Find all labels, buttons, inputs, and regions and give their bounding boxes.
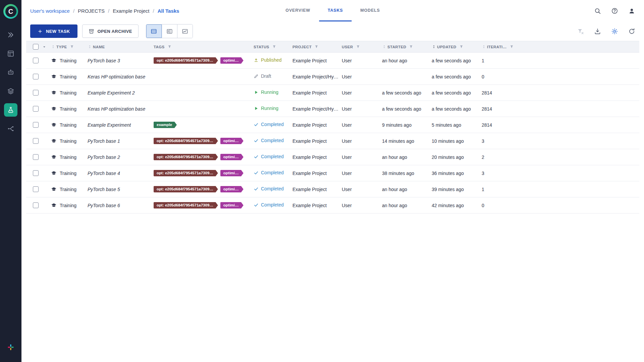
filter-icon[interactable]: [409, 45, 413, 49]
select-all-checkbox[interactable]: [33, 44, 39, 50]
task-tag[interactable]: opt: e205d684f7954571a7309…: [154, 138, 218, 144]
row-checkbox[interactable]: [33, 186, 39, 192]
status-label: Completed: [261, 202, 284, 207]
task-name[interactable]: PyTorch base 4: [88, 171, 120, 176]
clear-filters-button[interactable]: [577, 28, 584, 35]
tab-tasks[interactable]: TASKS: [319, 0, 352, 21]
task-updated: a few seconds ago: [430, 101, 480, 117]
detail-view-button[interactable]: [162, 24, 177, 38]
sort-icon[interactable]: [382, 45, 386, 49]
table-row[interactable]: TrainingPyTorch base 1opt: e205d684f7954…: [26, 133, 639, 149]
filter-icon[interactable]: [315, 45, 318, 49]
column-header-name[interactable]: NAME: [86, 41, 152, 53]
column-header-user[interactable]: USER: [340, 41, 380, 53]
row-checkbox[interactable]: [33, 90, 39, 96]
task-tag[interactable]: opt: e205d684f7954571a7309…: [154, 170, 218, 176]
task-tag[interactable]: optimi…: [220, 138, 244, 144]
table-row[interactable]: TrainingKeras HP optimization baseRunnin…: [26, 101, 639, 117]
sidebar-item-pipelines[interactable]: [4, 122, 17, 135]
task-type-label: Training: [60, 187, 76, 192]
profile-button[interactable]: [628, 7, 635, 14]
task-started: an hour ago: [380, 53, 430, 69]
column-header-started[interactable]: STARTED: [380, 41, 430, 53]
breadcrumb-project[interactable]: Example Project: [113, 8, 149, 14]
task-name[interactable]: PyTorch base 6: [88, 203, 120, 208]
table-row[interactable]: TrainingExample Experiment 2RunningExamp…: [26, 85, 639, 101]
column-header-project[interactable]: PROJECT: [290, 41, 340, 53]
table-row[interactable]: TrainingPyTorch base 4opt: e205d684f7954…: [26, 165, 639, 181]
task-tag[interactable]: opt: e205d684f7954571a7309…: [154, 154, 218, 160]
help-button[interactable]: [611, 7, 618, 14]
clearml-logo[interactable]: C: [3, 4, 18, 19]
task-tag[interactable]: opt: e205d684f7954571a7309…: [154, 57, 218, 64]
row-checkbox[interactable]: [33, 106, 39, 112]
sidebar-item-projects[interactable]: [4, 47, 17, 60]
sort-icon[interactable]: [482, 45, 486, 49]
task-name[interactable]: Example Experiment: [88, 122, 131, 128]
search-button[interactable]: [594, 7, 601, 14]
sidebar-item-datasets[interactable]: [4, 84, 17, 98]
sort-icon[interactable]: [51, 45, 55, 49]
filter-icon[interactable]: [70, 45, 74, 49]
filter-icon[interactable]: [460, 45, 463, 49]
table-row[interactable]: TrainingPyTorch base 3opt: e205d684f7954…: [26, 53, 639, 69]
task-tag[interactable]: example: [154, 122, 177, 128]
open-archive-button[interactable]: OPEN ARCHIVE: [82, 24, 139, 38]
settings-button[interactable]: [611, 28, 618, 35]
row-checkbox[interactable]: [33, 58, 39, 63]
column-header-status[interactable]: STATUS: [252, 41, 290, 53]
column-header-iteration[interactable]: ITERATI…: [480, 41, 639, 53]
table-row[interactable]: TrainingKeras HP optimization baseDraftE…: [26, 69, 639, 85]
sidebar-item-workers[interactable]: [4, 66, 17, 79]
task-tag[interactable]: opt: e205d684f7954571a7309…: [154, 202, 218, 208]
filter-icon[interactable]: [272, 45, 276, 49]
task-name[interactable]: Keras HP optimization base: [88, 74, 145, 79]
task-name[interactable]: PyTorch base 5: [88, 187, 120, 192]
breadcrumb-projects[interactable]: PROJECTS: [78, 8, 105, 14]
task-name[interactable]: Keras HP optimization base: [88, 106, 145, 112]
sort-icon[interactable]: [432, 45, 436, 49]
task-tag[interactable]: optimi…: [220, 186, 244, 192]
row-checkbox[interactable]: [33, 138, 39, 144]
auto-refresh-button[interactable]: [628, 28, 635, 35]
download-button[interactable]: [594, 28, 601, 35]
sort-icon[interactable]: [88, 45, 92, 49]
task-name[interactable]: PyTorch base 2: [88, 155, 120, 160]
row-checkbox[interactable]: [33, 202, 39, 208]
task-name[interactable]: PyTorch base 3: [88, 58, 120, 63]
column-header-type[interactable]: TYPE: [47, 41, 86, 53]
filter-icon[interactable]: [510, 45, 514, 49]
task-tag[interactable]: optimi…: [220, 170, 244, 176]
task-tag[interactable]: optimi…: [220, 154, 244, 160]
tab-models[interactable]: MODELS: [352, 0, 388, 21]
filter-icon[interactable]: [356, 45, 360, 49]
task-started: an hour ago: [380, 181, 430, 197]
new-task-button[interactable]: NEW TASK: [30, 24, 77, 38]
table-row[interactable]: TrainingExample ExperimentexampleComplet…: [26, 117, 639, 133]
sidebar-item-experiments[interactable]: [4, 103, 17, 117]
filter-icon[interactable]: [168, 45, 171, 49]
table-view-button[interactable]: [146, 24, 162, 38]
table-row[interactable]: TrainingPyTorch base 2opt: e205d684f7954…: [26, 149, 639, 165]
row-checkbox[interactable]: [33, 154, 39, 160]
column-header-tags[interactable]: TAGS: [152, 41, 252, 53]
task-updated: 10 minutes ago: [430, 133, 480, 149]
chart-view-button[interactable]: [177, 24, 193, 38]
row-checkbox[interactable]: [33, 170, 39, 176]
task-type-icon: [51, 106, 57, 112]
table-row[interactable]: TrainingPyTorch base 6opt: e205d684f7954…: [26, 197, 639, 214]
task-name[interactable]: Example Experiment 2: [88, 90, 135, 96]
task-name[interactable]: PyTorch base 1: [88, 138, 120, 144]
column-header-updated[interactable]: UPDATED: [430, 41, 480, 53]
row-checkbox[interactable]: [33, 122, 39, 128]
task-tag[interactable]: optimi…: [220, 57, 244, 64]
sidebar-item-expand[interactable]: [4, 28, 17, 42]
task-tag[interactable]: opt: e205d684f7954571a7309…: [154, 186, 218, 192]
tab-overview[interactable]: OVERVIEW: [277, 0, 319, 21]
select-all-caret[interactable]: [42, 45, 47, 49]
sidebar-item-slack[interactable]: [4, 341, 17, 354]
breadcrumb-workspace[interactable]: User's workspace: [30, 8, 70, 14]
task-tag[interactable]: optimi…: [220, 202, 244, 208]
row-checkbox[interactable]: [33, 74, 39, 79]
table-row[interactable]: TrainingPyTorch base 5opt: e205d684f7954…: [26, 181, 639, 197]
